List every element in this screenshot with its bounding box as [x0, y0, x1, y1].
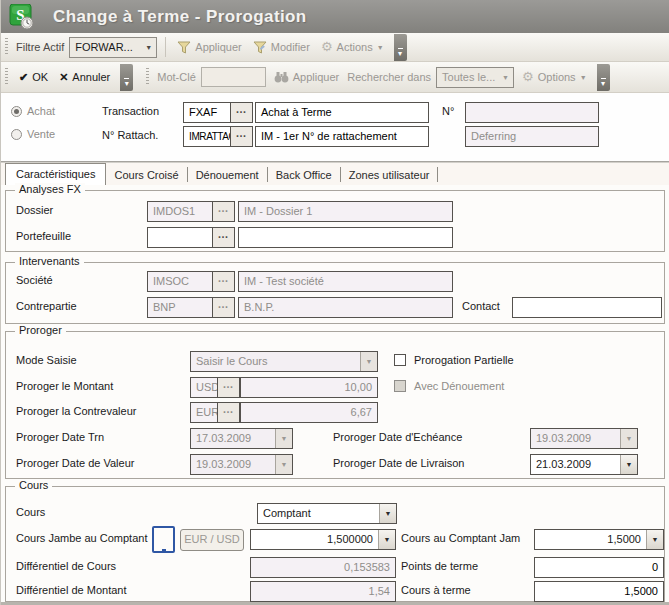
rattach-code-field[interactable]: IMRATTACH — [183, 126, 231, 147]
avec-denouement-checkbox — [394, 380, 406, 392]
contact-field[interactable] — [512, 297, 662, 318]
swap-pair-button[interactable] — [152, 526, 175, 553]
dossier-lookup-button: … — [212, 201, 235, 222]
portefeuille-desc-field[interactable] — [238, 227, 453, 248]
prorogation-partielle-checkbox[interactable] — [394, 354, 406, 366]
date-trn-combo: 17.03.2009 ▼ — [190, 428, 293, 449]
contrepartie-code-field: BNP — [147, 297, 213, 318]
date-valeur-label: Proroger Date de Valeur — [16, 457, 134, 469]
apply-filter-label: Appliquer — [195, 41, 241, 53]
analyses-fx-title: Analyses FX — [15, 183, 85, 195]
chevron-down-icon: ▼ — [646, 530, 663, 549]
proroger-title: Proroger — [15, 324, 66, 336]
contrevaleur-label: Proroger la Contrevaleur — [16, 405, 136, 417]
number-label: N° — [442, 105, 454, 117]
contrevaleur-value-field: 6,67 — [240, 402, 378, 423]
toolbar-overflow-button[interactable]: ▾ — [597, 64, 610, 91]
currency-pair-field: EUR / USD — [180, 529, 244, 551]
cours-group: Cours Cours Comptant ▼ Cours Jambe au Co… — [5, 486, 665, 602]
cours-type-value: Comptant — [258, 504, 379, 523]
portefeuille-code-field[interactable] — [147, 227, 213, 248]
comptant-jam-combo[interactable]: 1,5000 ▼ — [534, 529, 664, 550]
chevron-down-icon: ▼ — [275, 455, 292, 474]
date-valeur-value: 19.03.2009 — [191, 455, 275, 474]
vente-radio[interactable] — [11, 129, 22, 140]
date-livraison-combo[interactable]: 21.03.2009 ▼ — [530, 454, 638, 475]
transaction-label: Transaction — [102, 105, 159, 117]
overflow-arrow-icon: ▾ — [398, 50, 402, 58]
toolbar-separator — [165, 37, 166, 57]
search-apply-button[interactable]: Appliquer — [271, 69, 342, 85]
toolbar-grip[interactable] — [146, 68, 149, 86]
cours-terme-label: Cours à terme — [401, 584, 471, 596]
toolbar-grip[interactable] — [5, 68, 8, 86]
chevron-down-icon: ▼ — [141, 44, 156, 51]
mode-saisie-label: Mode Saisie — [16, 354, 77, 366]
points-terme-field[interactable]: 0 — [534, 557, 664, 578]
date-livraison-label: Proroger Date de Livraison — [333, 457, 464, 469]
filter-label: Filtre Actif — [16, 41, 64, 53]
portefeuille-lookup-button[interactable]: … — [212, 227, 235, 248]
chevron-down-icon: ▼ — [498, 74, 513, 81]
search-scope-combo[interactable]: Toutes le... ▼ — [436, 67, 514, 88]
toolbar-overflow-button[interactable]: ▾ — [120, 64, 133, 91]
cancel-button[interactable]: ✕ Annuler — [56, 69, 113, 86]
title-bar: S Change à Terme - Prorogation — [1, 0, 669, 33]
tab-back-office[interactable]: Back Office — [268, 165, 340, 185]
diff-cours-field: 0,153583 — [250, 557, 396, 578]
tab-cours-croise[interactable]: Cours Croisé — [106, 165, 186, 185]
jambe-combo[interactable]: 1,500000 ▼ — [250, 529, 396, 550]
dossier-desc-field: IM - Dossier 1 — [238, 201, 453, 222]
binoculars-icon — [274, 71, 289, 83]
actions-button[interactable]: ⚙ Actions ▼ — [318, 39, 387, 55]
modify-filter-button[interactable]: Modifier — [250, 39, 313, 56]
apply-filter-button[interactable]: Appliquer — [174, 39, 244, 56]
options-button[interactable]: ⚙ Options ▼ — [519, 69, 590, 85]
tab-zones-utilisateur[interactable]: Zones utilisateur — [341, 165, 438, 185]
transaction-lookup-button[interactable]: … — [230, 102, 253, 123]
contrevaleur-currency-lookup: … — [217, 402, 240, 423]
portefeuille-label: Portefeuille — [16, 230, 71, 242]
chevron-down-icon: ▼ — [360, 352, 377, 371]
filter-toolbar: Filtre Actif FORWAR... ▼ Appliquer Modif… — [1, 33, 669, 62]
close-icon: ✕ — [59, 71, 68, 84]
filter-edit-icon — [253, 41, 267, 54]
transaction-desc-field[interactable]: Achat à Terme — [255, 102, 429, 123]
montant-currency-field: USD — [190, 377, 218, 398]
jambe-value: 1,500000 — [251, 530, 378, 549]
toolbar-overflow-button[interactable]: ▾ — [394, 34, 407, 61]
toolbar-grip[interactable] — [5, 38, 8, 56]
chevron-down-icon: ▼ — [275, 429, 292, 448]
rattach-desc-field[interactable]: IM - 1er N° de rattachement — [255, 126, 429, 147]
diff-montant-label: Différentiel de Montant — [16, 584, 126, 596]
tab-denouement[interactable]: Dénouement — [188, 165, 267, 185]
societe-desc-field: IM - Test société — [238, 271, 453, 292]
filter-icon — [177, 41, 191, 54]
overflow-arrow-icon: ▾ — [601, 80, 605, 88]
proroger-group: Proroger Mode Saisie Saisir le Cours ▼ P… — [5, 331, 665, 479]
gear-icon: ⚙ — [522, 71, 534, 83]
number-field — [465, 102, 599, 123]
rattach-lookup-button[interactable]: … — [230, 126, 253, 147]
check-icon: ✔ — [19, 71, 28, 84]
cours-type-combo[interactable]: Comptant ▼ — [257, 503, 397, 524]
date-echeance-combo: 19.03.2009 ▼ — [530, 428, 638, 449]
societe-code-field: IMSOC — [147, 271, 213, 292]
chevron-down-icon: ▼ — [378, 530, 395, 549]
contrepartie-desc-field: B.N.P. — [238, 297, 453, 318]
achat-radio[interactable] — [11, 106, 22, 117]
chevron-down-icon: ▼ — [620, 429, 637, 448]
tab-caracteristiques[interactable]: Caractéristiques — [5, 163, 106, 185]
date-echeance-label: Proroger Date d'Echéance — [333, 431, 462, 443]
achat-radio-label: Achat — [27, 105, 55, 117]
transaction-code-field[interactable]: FXAF — [183, 102, 231, 123]
cours-terme-field[interactable]: 1,5000 — [534, 581, 664, 602]
cours-title: Cours — [15, 479, 52, 491]
chevron-down-icon: ▼ — [580, 74, 587, 81]
ok-button[interactable]: ✔ OK — [16, 69, 51, 86]
comptant-jam-label: Cours au Comptant Jam — [401, 532, 520, 544]
filter-combo[interactable]: FORWAR... ▼ — [69, 37, 157, 58]
keyword-input[interactable] — [201, 67, 266, 87]
cours-label: Cours — [16, 506, 45, 518]
jambe-label: Cours Jambe au Comptant — [16, 532, 147, 544]
